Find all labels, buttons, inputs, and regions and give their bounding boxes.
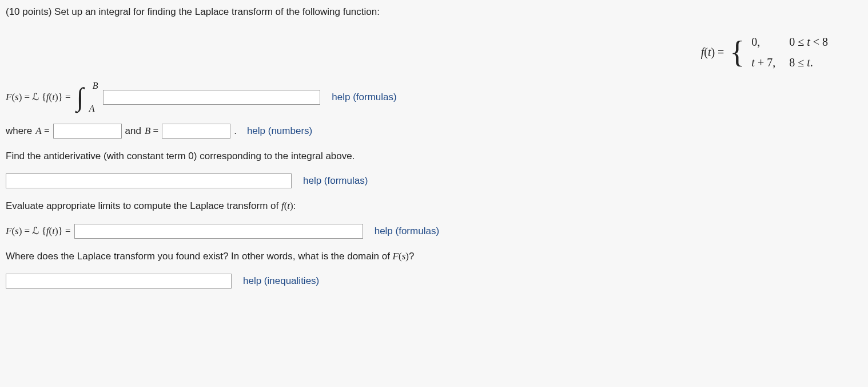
where-label: where — [6, 124, 32, 139]
domain-text-a: Where does the Laplace transform you fou… — [6, 251, 393, 262]
laplace-lhs: F(s) = ℒ {f(t)} = — [6, 90, 71, 105]
piecewise-row: 0, 0 ≤ t < 8 — [749, 32, 838, 52]
laplace-result-row: F(s) = ℒ {f(t)} = help (formulas) — [6, 224, 862, 239]
integral-lower-bound: A — [89, 102, 95, 116]
piecewise-value: t + 7, — [749, 53, 786, 72]
antiderivative-input[interactable] — [6, 173, 292, 188]
prompt-text: Set up an integral for finding the Lapla… — [54, 6, 380, 17]
help-inequalities-link[interactable]: help (inequalities) — [243, 274, 319, 289]
piecewise-cases: 0, 0 ≤ t < 8 t + 7, 8 ≤ t. — [748, 31, 839, 73]
antiderivative-row: help (formulas) — [6, 173, 862, 188]
piecewise-definition: f(t) = { 0, 0 ≤ t < 8 t + 7, 8 ≤ t. — [701, 31, 839, 73]
b-equals-label: B = — [145, 124, 158, 139]
bounds-row: where A = and B = . help (numbers) — [6, 124, 862, 139]
antiderivative-text: Find the antiderivative (with constant t… — [6, 151, 355, 161]
fs-math: F(s) — [393, 251, 409, 262]
help-formulas-link[interactable]: help (formulas) — [332, 90, 396, 105]
piecewise-cond: 0 ≤ t < 8 — [787, 32, 838, 52]
domain-text-b: ? — [409, 251, 414, 262]
upper-bound-input[interactable] — [162, 124, 230, 139]
piecewise-cond: 8 ≤ t. — [787, 53, 838, 72]
points-prefix: (10 points) — [6, 6, 54, 17]
piecewise-lhs: f(t) = — [701, 44, 724, 61]
period-label: . — [234, 124, 237, 139]
integral-setup-row: F(s) = ℒ {f(t)} = ∫ B A help (formulas) — [6, 81, 862, 113]
piecewise-value: 0, — [749, 32, 786, 52]
piecewise-row: t + 7, 8 ≤ t. — [749, 53, 838, 72]
antiderivative-prompt: Find the antiderivative (with constant t… — [6, 149, 862, 164]
laplace-result-input[interactable] — [74, 224, 363, 239]
integral-symbol: ∫ B A — [77, 81, 84, 113]
integral-upper-bound: B — [93, 79, 98, 93]
lower-bound-input[interactable] — [53, 124, 122, 139]
and-label: and — [125, 124, 141, 139]
integrand-input[interactable] — [103, 90, 320, 105]
domain-input[interactable] — [6, 274, 232, 289]
laplace-result-lhs: F(s) = ℒ {f(t)} = — [6, 224, 71, 239]
ft-math: f(t) — [281, 200, 293, 211]
evaluate-text-a: Evaluate appropriate limits to compute t… — [6, 200, 281, 211]
evaluate-limits-prompt: Evaluate appropriate limits to compute t… — [6, 199, 862, 214]
a-equals-label: A = — [35, 124, 49, 139]
help-numbers-link[interactable]: help (numbers) — [247, 124, 312, 139]
problem-prompt: (10 points) Set up an integral for findi… — [6, 5, 862, 19]
domain-prompt: Where does the Laplace transform you fou… — [6, 249, 862, 264]
piecewise-brace: { — [730, 38, 744, 66]
help-formulas-link[interactable]: help (formulas) — [375, 224, 439, 239]
evaluate-text-b: : — [293, 200, 296, 211]
help-formulas-link[interactable]: help (formulas) — [303, 173, 368, 188]
domain-row: help (inequalities) — [6, 274, 862, 289]
